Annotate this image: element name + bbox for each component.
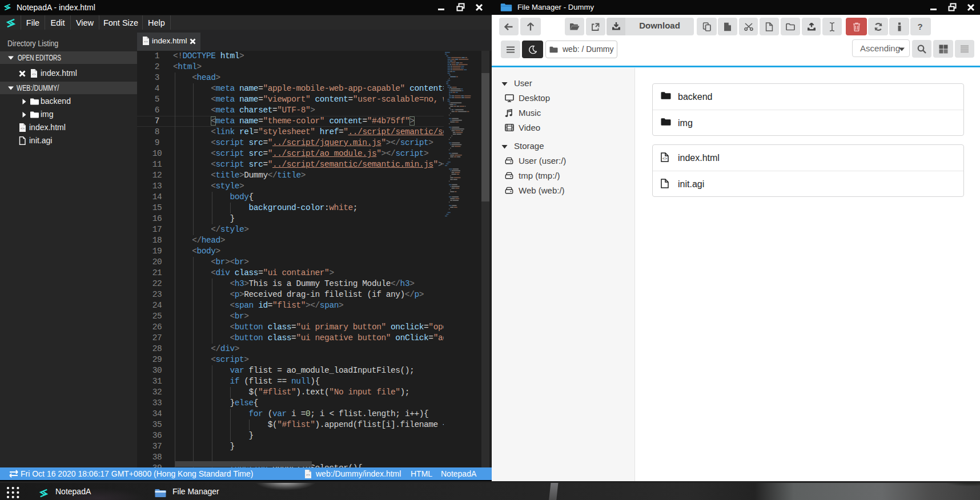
svg-text:<>: <> (662, 156, 667, 160)
svg-text:<>: <> (21, 127, 25, 130)
svg-text:<>: <> (144, 40, 148, 43)
svg-text:<>: <> (306, 473, 311, 477)
svg-text:<>: <> (32, 72, 37, 76)
svg-text:?: ? (918, 22, 923, 31)
